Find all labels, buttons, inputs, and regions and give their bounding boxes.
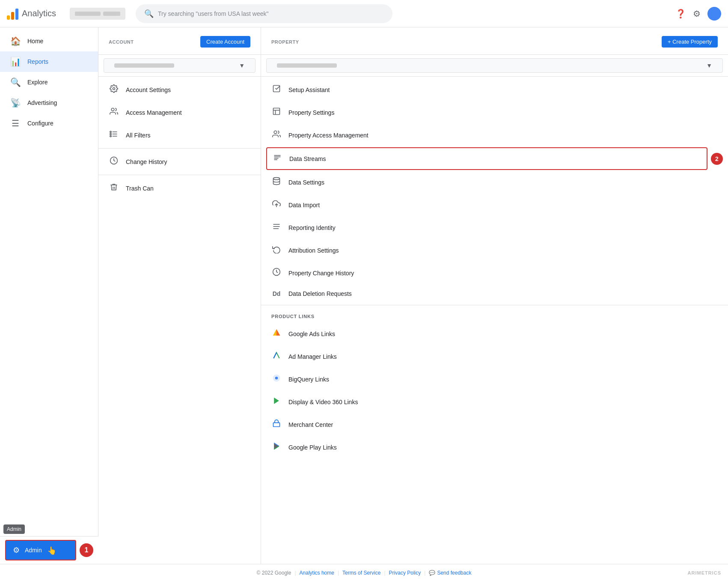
account-column-label: Account (109, 39, 134, 45)
access-management-icon (109, 107, 119, 118)
svg-rect-29 (273, 423, 280, 426)
step2-badge: 2 (711, 153, 723, 165)
menu-item-property-access[interactable]: Property Access Management (261, 124, 728, 146)
menu-item-reporting-identity[interactable]: Reporting Identity (261, 216, 728, 239)
menu-item-setup-assistant[interactable]: Setup Assistant (261, 78, 728, 101)
account-dropdown[interactable]: ▼ (104, 58, 256, 73)
svg-point-13 (274, 131, 277, 134)
menu-item-property-change-history[interactable]: Property Change History (261, 262, 728, 284)
create-property-button[interactable]: + Create Property (662, 36, 718, 48)
merchant-center-label: Merchant Center (288, 421, 333, 428)
menu-item-all-filters[interactable]: All Filters (98, 124, 261, 146)
svg-point-18 (273, 178, 280, 180)
svg-point-5 (110, 131, 111, 132)
setup-assistant-label: Setup Assistant (288, 86, 330, 93)
account-settings-label: Account Settings (126, 86, 171, 93)
property-name-placeholder (277, 63, 337, 68)
header-right-area: ❓ ⚙ (675, 7, 721, 21)
footer-terms[interactable]: Terms of Service (342, 570, 380, 576)
divider-1 (98, 76, 261, 77)
settings-icon[interactable]: ⚙ (693, 9, 701, 19)
step1-badge: 1 (80, 543, 93, 557)
trash-label: Trash Can (126, 185, 154, 192)
footer-privacy[interactable]: Privacy Policy (389, 570, 421, 576)
menu-item-data-streams[interactable]: Data Streams (266, 147, 707, 170)
menu-item-data-settings[interactable]: Data Settings (261, 171, 728, 194)
property-dropdown[interactable]: ▼ (266, 58, 723, 73)
sidebar-item-home[interactable]: 🏠 Home (0, 31, 98, 51)
data-deletion-label: Data Deletion Requests (288, 290, 352, 297)
data-settings-label: Data Settings (288, 179, 324, 186)
reporting-identity-label: Reporting Identity (288, 224, 336, 231)
svg-rect-10 (273, 108, 280, 115)
data-deletion-icon: Dd (271, 290, 282, 297)
property-settings-icon (271, 107, 282, 118)
sidebar-item-configure[interactable]: ☰ Configure (0, 113, 98, 134)
ad-manager-icon (271, 351, 282, 362)
sidebar-nav: 🏠 Home 📊 Reports 🔍 Explore 📡 Advertising… (0, 27, 98, 564)
sidebar-reports-label: Reports (27, 58, 48, 65)
create-account-button[interactable]: Create Account (200, 36, 250, 48)
attribution-settings-icon (271, 245, 282, 256)
svg-marker-28 (274, 398, 279, 404)
change-history-label: Change History (126, 158, 167, 165)
configure-icon: ☰ (10, 118, 21, 128)
admin-tooltip: Admin (3, 524, 25, 534)
app-logo: Analytics (7, 8, 56, 20)
data-import-label: Data Import (288, 202, 320, 209)
svg-rect-9 (273, 86, 280, 92)
footer-analytics-home[interactable]: Analytics home (300, 570, 334, 576)
logo-bar-blue (15, 9, 18, 20)
svg-point-1 (111, 108, 114, 111)
menu-item-change-history[interactable]: Change History (98, 150, 261, 173)
sidebar-item-advertising[interactable]: 📡 Advertising (0, 92, 98, 113)
merchant-center-icon (271, 419, 282, 430)
product-links-label: PRODUCT LINKS (261, 307, 728, 322)
attribution-settings-label: Attribution Settings (288, 247, 339, 254)
menu-item-merchant-center[interactable]: Merchant Center (261, 413, 728, 436)
ad-manager-label: Ad Manager Links (288, 353, 337, 360)
menu-item-attribution-settings[interactable]: Attribution Settings (261, 239, 728, 262)
sidebar: 🏠 Home 📊 Reports 🔍 Explore 📡 Advertising… (0, 27, 98, 564)
google-play-icon (271, 442, 282, 453)
menu-item-property-settings[interactable]: Property Settings (261, 101, 728, 124)
property-header: Property + Create Property (261, 36, 728, 55)
search-bar[interactable]: 🔍 Try searching "users from USA last wee… (136, 4, 392, 23)
menu-item-google-ads[interactable]: Google Ads Links (261, 322, 728, 345)
menu-item-bigquery[interactable]: BigQuery Links (261, 368, 728, 390)
google-play-label: Google Play Links (288, 444, 337, 451)
account-settings-icon (109, 84, 119, 95)
menu-item-google-play[interactable]: Google Play Links (261, 436, 728, 459)
svg-point-6 (110, 133, 111, 134)
help-icon[interactable]: ❓ (675, 9, 686, 19)
menu-item-data-import[interactable]: Data Import (261, 194, 728, 216)
account-selector[interactable] (70, 8, 125, 20)
footer-copyright: © 2022 Google (257, 570, 291, 576)
setup-assistant-icon (271, 84, 282, 95)
data-settings-icon (271, 177, 282, 188)
sidebar-item-explore[interactable]: 🔍 Explore (0, 72, 98, 92)
google-ads-label: Google Ads Links (288, 331, 335, 337)
menu-item-ad-manager[interactable]: Ad Manager Links (261, 345, 728, 368)
property-column-label: Property (271, 39, 299, 45)
search-placeholder-text: Try searching "users from USA last week" (158, 10, 268, 17)
avatar[interactable] (707, 7, 721, 21)
account-column: Account Create Account ▼ Account Setting… (98, 27, 261, 564)
menu-item-display-video[interactable]: Display & Video 360 Links (261, 390, 728, 413)
footer-feedback[interactable]: Send feedback (437, 570, 471, 576)
sidebar-home-label: Home (27, 38, 43, 45)
svg-point-7 (110, 135, 111, 137)
admin-button[interactable]: ⚙ Admin 👆 (5, 540, 76, 560)
menu-item-account-settings[interactable]: Account Settings (98, 78, 261, 101)
menu-item-data-deletion[interactable]: Dd Data Deletion Requests (261, 284, 728, 303)
account-dropdown-chevron: ▼ (239, 62, 245, 69)
sidebar-configure-label: Configure (27, 120, 53, 127)
change-history-icon (109, 156, 119, 167)
menu-item-trash[interactable]: Trash Can (98, 177, 261, 200)
sidebar-item-reports[interactable]: 📊 Reports (0, 51, 98, 72)
explore-icon: 🔍 (10, 77, 21, 87)
bigquery-icon (271, 374, 282, 384)
menu-item-access-management[interactable]: Access Management (98, 101, 261, 124)
all-filters-label: All Filters (126, 132, 151, 139)
logo-bar-orange (11, 12, 14, 20)
